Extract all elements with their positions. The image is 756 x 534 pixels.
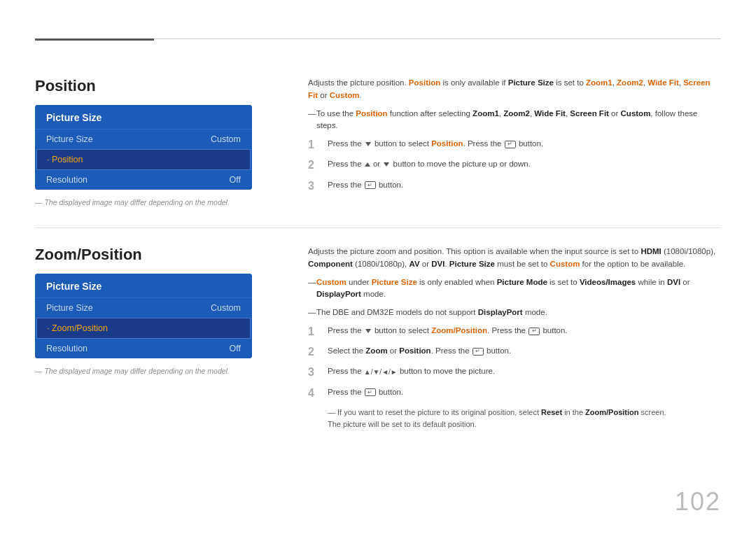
arrow-down-icon: [365, 142, 371, 146]
zstep3-text: Press the ▲/▼/◄/► button to move the pic…: [328, 365, 721, 379]
position-row2-value: Off: [230, 175, 241, 185]
arrow-combo-icon: ▲/▼/◄/►: [364, 367, 398, 377]
position-menu-row-0: Picture Size Custom: [35, 129, 252, 149]
position-step-1: 1 Press the button to select Position. P…: [308, 138, 721, 151]
zn1-bold5: DVI: [667, 278, 680, 286]
pn-bold3: Zoom2: [503, 109, 530, 118]
zstep3-number: 3: [308, 365, 321, 379]
zoom-note1: Custom under Picture Size is only enable…: [308, 276, 721, 302]
pn-bold6: Custom: [621, 109, 651, 118]
zstep2-bold1: Zoom: [365, 346, 387, 355]
page-container: Position Picture Size Picture Size Custo…: [0, 0, 756, 534]
zoom-menu-box: Picture Size Picture Size Custom · Zoom/…: [35, 274, 252, 358]
position-row0-value: Custom: [211, 134, 241, 144]
position-note1: To use the Position function after selec…: [308, 108, 721, 133]
zoom-step-4: 4 Press the button.: [308, 386, 721, 400]
zoom-row1-label: · Zoom/Position: [47, 323, 108, 333]
zoom-row2-value: Off: [230, 344, 241, 353]
zoom-menu-row-2: Resolution Off: [35, 339, 252, 358]
zd-bold4: DVI: [431, 260, 444, 268]
position-step-2: 2 Press the or button to move the pictur…: [308, 158, 721, 171]
zn1-bold6: DisplayPort: [316, 290, 361, 298]
zenter-icon: [528, 328, 540, 335]
zoom-note2: The DBE and DM32E models do not support …: [308, 307, 721, 319]
zstep4-number: 4: [308, 386, 321, 400]
zoom-left: Zoom/Position Picture Size Picture Size …: [35, 246, 280, 430]
step1-number: 1: [308, 138, 321, 151]
zoom-right: Adjusts the picture zoom and position. T…: [308, 246, 721, 430]
zn2-bold: DisplayPort: [478, 308, 523, 316]
pn-bold2: Zoom1: [472, 109, 499, 118]
position-row1-label: · Position: [47, 155, 83, 164]
position-row0-label: Picture Size: [46, 134, 93, 144]
top-divider-short: [35, 38, 154, 41]
zstep1-number: 1: [308, 325, 321, 338]
zoom-layout: Zoom/Position Picture Size Picture Size …: [35, 246, 721, 430]
position-desc: Adjusts the picture position. Position i…: [308, 77, 721, 102]
enter-icon-2: [365, 181, 376, 189]
zenter-icon2: [472, 348, 484, 356]
position-row2-label: Resolution: [46, 175, 88, 185]
zoom-sub-note: ― If you want to reset the picture to it…: [308, 407, 721, 430]
mid-divider: [35, 227, 721, 228]
zoom-footnote: The displayed image may differ depending…: [35, 367, 280, 375]
position-bold7: Custom: [330, 91, 360, 99]
zn1-bold4: Videos/Images: [580, 278, 636, 286]
position-footnote: The displayed image may differ depending…: [35, 198, 280, 206]
page-number: 102: [675, 487, 721, 517]
zd-bold2: Component: [308, 260, 353, 268]
zenter-icon3: [365, 388, 376, 396]
zd-bold1: HDMI: [640, 247, 661, 255]
zstep2-text: Select the Zoom or Position. Press the b…: [328, 345, 721, 358]
position-menu-box: Picture Size Picture Size Custom · Posit…: [35, 105, 252, 190]
position-bold2: Picture Size: [508, 78, 554, 87]
zstep4-text: Press the button.: [328, 386, 721, 400]
zsub-bold2: Zoom/Position: [585, 408, 638, 416]
pn-bold1: Position: [356, 109, 387, 118]
position-steps: 1 Press the button to select Position. P…: [308, 138, 721, 192]
step1-bold: Position: [431, 139, 463, 148]
zd-bold3: AV: [409, 260, 419, 268]
position-bold5: Wide Fit: [648, 78, 679, 87]
arrow-down-icon-2: [384, 162, 389, 167]
zarrow-down-icon: [365, 329, 371, 333]
zoom-menu-header: Picture Size: [35, 274, 252, 298]
zoom-menu-row-0: Picture Size Custom: [35, 298, 252, 318]
position-step-3: 3 Press the button.: [308, 179, 721, 192]
position-menu-header: Picture Size: [35, 105, 252, 129]
pn-bold5: Screen Fit: [570, 109, 609, 118]
zoom-step-1: 1 Press the button to select Zoom/Positi…: [308, 325, 721, 338]
zn1-bold3: Picture Mode: [497, 278, 547, 286]
zoom-menu-row-1: · Zoom/Position: [36, 318, 251, 339]
main-sections: Position Picture Size Picture Size Custo…: [35, 77, 721, 430]
position-menu-row-1: · Position: [36, 149, 251, 170]
zoom-row2-label: Resolution: [46, 344, 88, 353]
step3-text: Press the button.: [328, 179, 721, 192]
zstep2-bold2: Position: [399, 346, 430, 355]
position-menu-row-2: Resolution Off: [35, 170, 252, 190]
step1-text: Press the button to select Position. Pre…: [328, 138, 721, 151]
zoom-row0-label: Picture Size: [46, 303, 93, 313]
position-title: Position: [35, 77, 280, 95]
arrow-up-icon: [365, 162, 370, 167]
zstep1-text: Press the button to select Zoom/Position…: [328, 325, 721, 338]
step2-number: 2: [308, 158, 321, 171]
position-layout: Position Picture Size Picture Size Custo…: [35, 77, 721, 206]
zoom-title: Zoom/Position: [35, 246, 280, 264]
zoom-row0-value: Custom: [211, 303, 241, 313]
zstep1-bold: Zoom/Position: [431, 326, 487, 335]
zoom-desc: Adjusts the picture zoom and position. T…: [308, 246, 721, 271]
enter-icon: [505, 141, 516, 148]
position-bold3: Zoom1: [586, 78, 612, 87]
zoom-section: Zoom/Position Picture Size Picture Size …: [35, 246, 721, 430]
pn-bold4: Wide Fit: [534, 109, 566, 118]
position-right: Adjusts the picture position. Position i…: [308, 77, 721, 206]
position-section: Position Picture Size Picture Size Custo…: [35, 77, 721, 206]
zstep2-number: 2: [308, 345, 321, 358]
position-bold1: Position: [409, 78, 440, 87]
zoom-step-3: 3 Press the ▲/▼/◄/► button to move the p…: [308, 365, 721, 379]
zoom-steps: 1 Press the button to select Zoom/Positi…: [308, 325, 721, 400]
zd-bold6: Custom: [550, 260, 580, 268]
zn1-bold1: Custom: [316, 278, 346, 286]
zd-bold5: Picture Size: [449, 260, 495, 268]
